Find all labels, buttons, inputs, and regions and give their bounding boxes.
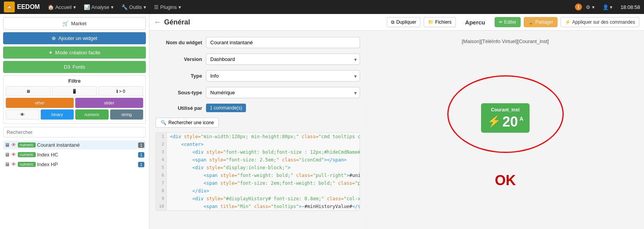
lightning-icon: ⚡ [487, 115, 501, 128]
main-content: ← Général ⧉ Dupliquer 📁 Fichiers Apercu … [149, 14, 644, 229]
widget-count-courant: 1 [138, 142, 144, 148]
filter-row-3: 👁 binary numeric string [6, 109, 143, 120]
monitor-icon-hc: 🖥 [5, 152, 10, 158]
settings-nav[interactable]: ⚙ ▾ [582, 0, 599, 14]
filter-row-1: 🖥 📱 ℹ > 0 [6, 86, 143, 96]
subtype-select[interactable]: Numérique [206, 87, 360, 98]
duplicate-icon: ⧉ [391, 19, 395, 25]
eye-icon-hc: 👁 [11, 152, 16, 158]
brand-name: EEDOM [17, 3, 40, 10]
widget-name-hc: Index HC [37, 152, 137, 158]
subtype-select-wrap: Numérique ▾ [206, 87, 360, 98]
ok-text: OK [495, 172, 516, 189]
fonts-icon: D3 [64, 64, 70, 70]
content-area: Nom du widget Version Dashboard ▾ Type [149, 31, 644, 229]
monitor-icon: 🖥 [5, 142, 10, 148]
easy-mode-button[interactable]: ✦ Mode création facile [3, 47, 146, 59]
usedby-label: Utilisé par [156, 105, 202, 111]
market-button[interactable]: 🛒 Market [3, 17, 146, 30]
code-line-1: 1 <div style="min-width:120px; min-heigh… [156, 133, 360, 141]
sidebar: 🛒 Market ⊕ Ajouter un widget ✦ Mode créa… [0, 14, 149, 229]
filter-title: Filtre [6, 78, 143, 84]
widget-value-number: 20 [502, 115, 518, 129]
apply-button[interactable]: ⚡ Appliquer sur des commandes [561, 17, 639, 27]
version-select-wrap: Dashboard ▾ [206, 54, 360, 65]
edit-button[interactable]: ✏ Editer [495, 17, 521, 27]
widget-name-hp: Index HP [37, 161, 137, 167]
filter-numeric[interactable]: numeric [75, 109, 109, 120]
widget-name-courant: Courant instantané [37, 142, 137, 148]
duplicate-button[interactable]: ⧉ Dupliquer [387, 17, 420, 27]
filter-monitor[interactable]: 🖥 [6, 86, 50, 96]
code-line-8: 8 </div> [156, 187, 360, 195]
code-line-10: 10 <span title="Min" class="tooltips">-#… [156, 203, 360, 210]
name-label: Nom du widget [156, 40, 202, 45]
filter-slider[interactable]: slider [75, 98, 143, 108]
filter-other[interactable]: other [6, 98, 74, 108]
widget-preview: Courant_inst ⚡ 20 A [481, 103, 530, 133]
widget-item-hp[interactable]: 🖥 👁 numeric Index HP 1 [3, 160, 146, 169]
subtype-label: Sous-type [156, 90, 202, 95]
commandes-badge[interactable]: 1 commande(s) [206, 104, 246, 112]
files-icon: 📁 [428, 19, 434, 25]
code-line-6: 6 <span style="font-weight: bold;" class… [156, 172, 360, 179]
preview-widget-area: Courant_inst ⚡ 20 A [374, 68, 636, 168]
nav-analyse[interactable]: 📊 Analyse ▾ [80, 0, 118, 14]
widget-count-hc: 1 [138, 152, 144, 158]
version-select[interactable]: Dashboard [206, 54, 360, 65]
code-line-4: 4 <span style="font-size: 2.5em;" class=… [156, 156, 360, 164]
home-icon: 🏠 [48, 4, 54, 10]
fonts-button[interactable]: D3 Fonts [3, 61, 146, 73]
code-line-9: 9 <div style="#displayHistory# font-size… [156, 195, 360, 203]
page-title: Général [164, 18, 190, 26]
form-row-version: Version Dashboard ▾ [156, 54, 360, 65]
type-badge-hp: numeric [18, 162, 36, 167]
back-icon: ← [154, 18, 161, 26]
search-icon-button[interactable]: 🔍 Rechercher une icone [156, 118, 219, 128]
search-input[interactable] [3, 127, 146, 137]
share-button[interactable]: 🔒 Partager [524, 17, 557, 27]
eye-icon: 👁 [11, 142, 16, 148]
files-button[interactable]: 📁 Fichiers [424, 17, 456, 27]
preview-label: Apercu [465, 19, 485, 26]
type-badge-hc: numeric [18, 152, 36, 157]
widget-item-hc[interactable]: 🖥 👁 numeric Index HC 1 [3, 150, 146, 159]
widget-value-unit: A [519, 116, 523, 122]
logo-icon: 🏠 [4, 2, 15, 12]
version-label: Version [156, 56, 202, 62]
filter-info[interactable]: ℹ > 0 [99, 86, 143, 96]
type-badge-courant: numeric [18, 142, 36, 147]
nav-outils[interactable]: 🔧 Outils ▾ [118, 0, 150, 14]
widget-item-courant[interactable]: 🖥 👁 numeric Courant instantané 1 [3, 141, 146, 149]
form-row-usedby: Utilisé par 1 commande(s) [156, 104, 360, 112]
navbar: 🏠 EEDOM 🏠 Accueil ▾ 📊 Analyse ▾ 🔧 Outils… [0, 0, 644, 14]
add-widget-button[interactable]: ⊕ Ajouter un widget [3, 32, 146, 44]
nav-plugins[interactable]: ☰ Plugins ▾ [150, 0, 185, 14]
widget-preview-title: Courant_inst [491, 107, 519, 113]
name-input[interactable] [206, 37, 360, 48]
filter-binary[interactable]: binary [41, 109, 74, 120]
user-nav[interactable]: 👤 ▾ [599, 0, 617, 14]
eye-icon-hp: 👁 [11, 161, 16, 167]
wand-icon: ✦ [48, 50, 53, 56]
code-line-2: 2 <center> [156, 141, 360, 148]
brand-logo[interactable]: 🏠 EEDOM [4, 2, 40, 12]
type-select[interactable]: Info [206, 70, 360, 82]
filter-eye[interactable]: 👁 [6, 109, 39, 120]
code-editor[interactable]: 1 <div style="min-width:120px; min-heigh… [156, 132, 360, 211]
code-line-3: 3 <div style="font-weight: bold;font-siz… [156, 148, 360, 156]
code-line-5: 5 <div style="display:inline-block;"> [156, 164, 360, 172]
notification-badge[interactable]: 1 [575, 3, 582, 10]
filter-mobile[interactable]: 📱 [52, 86, 97, 96]
filter-string[interactable]: string [110, 109, 144, 120]
filter-row-2: other slider [6, 98, 143, 108]
form-panel: Nom du widget Version Dashboard ▾ Type [149, 31, 367, 229]
wrench-icon: 🔧 [121, 4, 128, 10]
nav-accueil[interactable]: 🏠 Accueil ▾ [44, 0, 80, 14]
apply-icon: ⚡ [565, 19, 571, 25]
market-icon: 🛒 [62, 21, 69, 26]
share-icon: 🔒 [528, 19, 534, 25]
chart-icon: 📊 [84, 4, 90, 10]
type-label: Type [156, 73, 202, 79]
cmd-label: [Maison][TéléInfo Virtuel][Courant_inst] [462, 38, 549, 44]
